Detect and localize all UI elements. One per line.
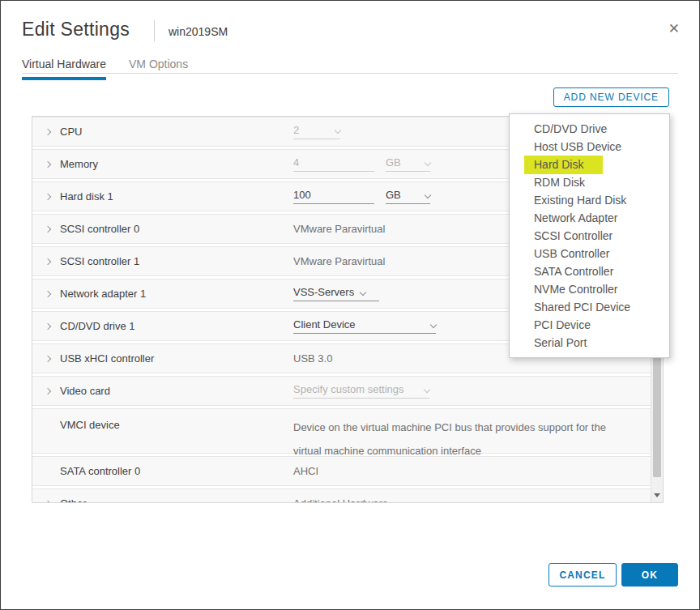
menu-item-scsi-controller[interactable]: SCSI Controller (510, 227, 669, 245)
dialog-footer: CANCEL OK (548, 563, 678, 587)
title-divider (154, 20, 155, 41)
menu-item-pci-device[interactable]: PCI Device (510, 316, 669, 334)
disk-unit-select[interactable]: GB (386, 189, 430, 204)
cpu-count-select: 2 (293, 124, 340, 139)
chevron-right-icon[interactable] (42, 498, 53, 504)
row-label: CD/DVD drive 1 (60, 320, 134, 332)
memory-size-input: 4 (293, 156, 374, 172)
hw-row-video-card: Video card Specify custom settings (32, 376, 651, 406)
chevron-right-icon[interactable] (42, 353, 53, 365)
scroll-down-icon[interactable] (651, 489, 663, 501)
menu-item-serial-port[interactable]: Serial Port (510, 334, 669, 352)
video-card-select: Specify custom settings (293, 383, 429, 399)
menu-item-shared-pci-device[interactable]: Shared PCI Device (510, 298, 669, 316)
video-card-value: Specify custom settings (293, 383, 404, 395)
row-label: Other (60, 497, 87, 503)
menu-item-cddvd-drive[interactable]: CD/DVD Drive (510, 120, 669, 138)
chevron-right-icon[interactable] (42, 386, 53, 397)
chevron-right-icon[interactable] (42, 126, 53, 138)
chevron-right-icon[interactable] (42, 321, 53, 332)
row-value: VMware Paravirtual (293, 255, 385, 267)
row-value: USB 3.0 (293, 352, 332, 365)
chevron-down-icon (424, 386, 430, 392)
row-label: SCSI controller 0 (60, 223, 139, 235)
row-label: USB xHCI controller (60, 352, 154, 365)
add-new-device-button[interactable]: ADD NEW DEVICE (553, 87, 669, 107)
vm-name: win2019SM (169, 25, 228, 38)
close-icon[interactable]: ✕ (668, 22, 680, 36)
chevron-down-icon (425, 191, 431, 198)
cddvd-value: Client Device (293, 318, 356, 331)
menu-item-hard-disk[interactable]: Hard Disk (510, 156, 669, 173)
disk-size-input[interactable]: 100 (293, 189, 374, 204)
menu-item-sata-controller[interactable]: SATA Controller (510, 262, 669, 280)
chevron-right-icon[interactable] (42, 256, 53, 267)
row-label: Network adapter 1 (60, 288, 146, 300)
hw-row-vmci-device: VMCI device Device on the virtual machin… (32, 408, 651, 454)
chevron-right-icon[interactable] (42, 191, 53, 203)
add-device-menu: CD/DVD Drive Host USB Device Hard Disk R… (509, 113, 670, 358)
chevron-right-icon[interactable] (42, 224, 53, 235)
memory-unit-value: GB (386, 156, 401, 168)
hw-row-other: Other Additional Hardware (32, 488, 651, 503)
cancel-button[interactable]: CANCEL (548, 563, 617, 587)
hw-row-sata-controller-0: SATA controller 0 AHCI (32, 456, 651, 486)
menu-item-nvme-controller[interactable]: NVMe Controller (510, 280, 669, 298)
row-label: Hard disk 1 (60, 190, 113, 203)
tabs-divider (22, 73, 678, 74)
chevron-down-icon (430, 321, 437, 327)
tab-vm-options[interactable]: VM Options (129, 58, 188, 80)
page-title: Edit Settings (22, 19, 130, 41)
cpu-count-value: 2 (293, 124, 299, 136)
row-value: AHCI (293, 465, 318, 477)
row-label: Memory (60, 158, 98, 170)
chevron-down-icon (360, 288, 366, 295)
row-value: Additional Hardware (293, 497, 388, 503)
network-select[interactable]: VSS-Servers (293, 286, 379, 301)
tab-virtual-hardware[interactable]: Virtual Hardware (22, 58, 106, 80)
ok-button[interactable]: OK (621, 563, 678, 587)
menu-item-network-adapter[interactable]: Network Adapter (510, 209, 669, 227)
row-label: VMCI device (60, 419, 120, 431)
network-value: VSS-Servers (293, 286, 354, 298)
vmci-description: Device on the virtual machine PCI bus th… (293, 409, 606, 463)
row-label: SCSI controller 1 (60, 255, 139, 267)
menu-item-host-usb-device[interactable]: Host USB Device (510, 138, 669, 156)
tab-bar: Virtual Hardware VM Options (22, 58, 188, 80)
edit-settings-dialog: Edit Settings win2019SM ✕ Virtual Hardwa… (0, 0, 700, 610)
chevron-down-icon (335, 126, 341, 133)
chevron-right-icon[interactable] (42, 159, 53, 170)
disk-unit-value: GB (386, 189, 401, 201)
menu-item-rdm-disk[interactable]: RDM Disk (510, 173, 669, 191)
row-label: Video card (60, 385, 110, 397)
menu-item-usb-controller[interactable]: USB Controller (510, 245, 669, 262)
cddvd-select[interactable]: Client Device (293, 318, 436, 334)
row-label: CPU (60, 126, 82, 138)
row-label: SATA controller 0 (60, 465, 140, 477)
memory-unit-select: GB (386, 156, 430, 172)
chevron-right-icon[interactable] (42, 288, 53, 300)
chevron-down-icon (425, 159, 431, 165)
row-value: VMware Paravirtual (293, 223, 385, 235)
menu-item-existing-hard-disk[interactable]: Existing Hard Disk (510, 191, 669, 209)
